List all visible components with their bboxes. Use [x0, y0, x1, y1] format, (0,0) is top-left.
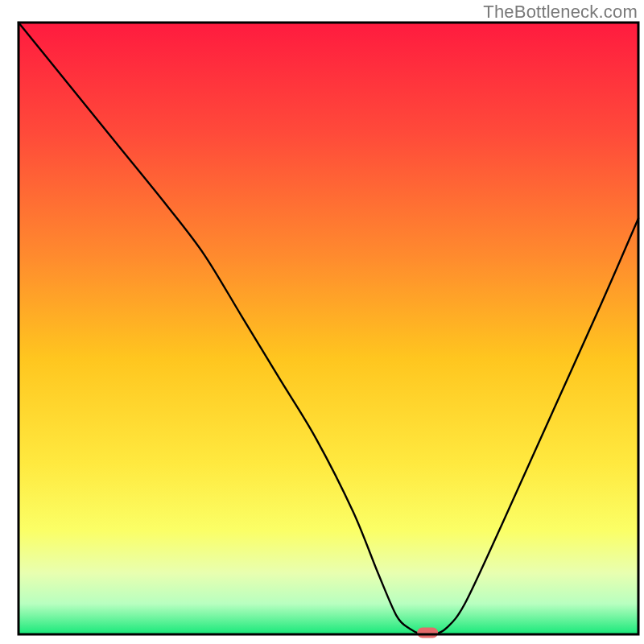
chart-container: TheBottleneck.com: [0, 0, 644, 644]
optimal-marker: [417, 628, 438, 638]
watermark-text: TheBottleneck.com: [483, 2, 638, 23]
gradient-background: [19, 23, 638, 634]
bottleneck-chart: [0, 0, 644, 644]
